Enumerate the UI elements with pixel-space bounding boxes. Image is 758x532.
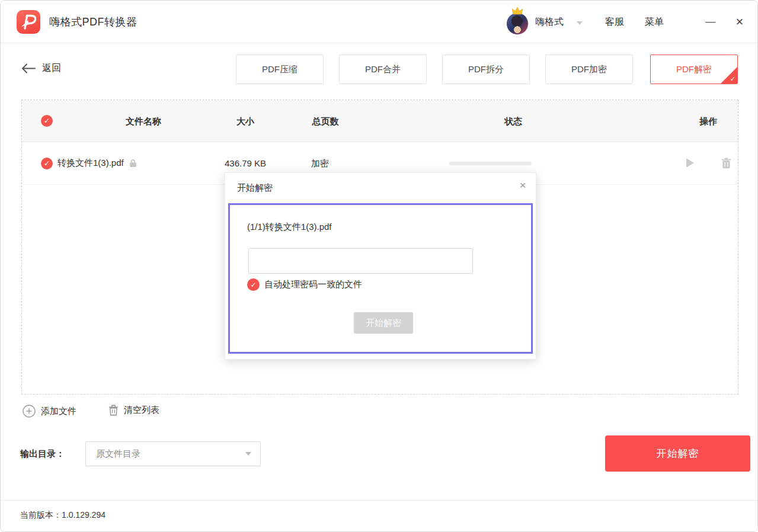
chevron-down-icon — [245, 452, 251, 456]
modal-submit-button[interactable]: 开始解密 — [354, 312, 413, 334]
version-text: 当前版本：1.0.129.294 — [20, 510, 105, 521]
avatar — [506, 12, 529, 35]
user-menu[interactable]: 嗨格式 — [506, 7, 583, 37]
output-dir-value: 原文件目录 — [96, 448, 245, 460]
modal-title: 开始解密 — [237, 182, 273, 194]
app-title: 嗨格式PDF转换器 — [49, 15, 137, 29]
crown-icon — [511, 7, 523, 15]
trash-icon — [721, 158, 731, 169]
delete-row-button[interactable] — [721, 158, 731, 169]
plus-circle-icon — [23, 405, 36, 418]
column-header-action: 操作 — [699, 116, 717, 127]
column-header-status: 状态 — [504, 116, 522, 127]
table-header: ✓ 文件名称 大小 总页数 状态 操作 — [22, 100, 738, 142]
back-arrow-icon — [21, 63, 36, 73]
row-checkbox[interactable]: ✓ — [41, 158, 53, 169]
version-value: 1.0.129.294 — [62, 510, 105, 520]
tab-pdf-encrypt[interactable]: PDF加密 — [545, 55, 633, 84]
username: 嗨格式 — [535, 16, 564, 28]
version-label: 当前版本： — [20, 510, 62, 520]
file-pages: 加密 — [311, 158, 329, 169]
lock-icon — [129, 159, 137, 168]
output-dir-label: 输出目录： — [20, 448, 65, 460]
app-window: 嗨格式PDF转换器 嗨格式 客服 菜单 — × 返回 PDF压缩 PDF合并 P… — [0, 0, 758, 532]
modal-highlight-zone: (1/1)转换文件1(3).pdf ✓ 自动处理密码一致的文件 开始解密 — [228, 203, 533, 354]
checkbox-check-icon: ✓ — [247, 278, 260, 291]
modal-close-button[interactable]: × — [516, 179, 529, 192]
modal-file-label: (1/1)转换文件1(3).pdf — [247, 222, 332, 233]
select-all-checkbox[interactable]: ✓ — [41, 115, 53, 127]
column-header-name: 文件名称 — [126, 116, 161, 127]
check-icon: ✓ — [730, 75, 735, 83]
tab-pdf-split[interactable]: PDF拆分 — [442, 55, 530, 84]
tab-pdf-compress[interactable]: PDF压缩 — [236, 55, 324, 84]
file-name-text: 转换文件1(3).pdf — [57, 158, 124, 169]
app-logo-icon — [17, 10, 40, 34]
column-header-size: 大小 — [236, 116, 254, 127]
tab-pdf-decrypt[interactable]: PDF解密 ✓ — [650, 55, 738, 84]
close-button[interactable]: × — [729, 1, 750, 43]
tab-pdf-merge[interactable]: PDF合并 — [339, 55, 427, 84]
add-files-button[interactable]: 添加文件 — [23, 405, 76, 418]
auto-process-label: 自动处理密码一致的文件 — [264, 279, 362, 290]
add-files-label: 添加文件 — [41, 406, 76, 417]
auto-process-checkbox[interactable]: ✓ 自动处理密码一致的文件 — [247, 278, 362, 291]
tab-pdf-decrypt-label: PDF解密 — [676, 64, 712, 75]
clear-list-button[interactable]: 清空列表 — [108, 405, 159, 416]
minimize-button[interactable]: — — [700, 1, 721, 43]
file-name: 转换文件1(3).pdf — [57, 158, 137, 169]
play-icon — [686, 158, 695, 168]
start-row-button[interactable] — [686, 158, 695, 168]
support-link[interactable]: 客服 — [605, 16, 624, 28]
titlebar: 嗨格式PDF转换器 嗨格式 客服 菜单 — × — [1, 1, 757, 43]
trash-outline-icon — [108, 405, 119, 416]
file-size: 436.79 KB — [225, 158, 266, 168]
password-input[interactable] — [248, 248, 473, 274]
menu-link[interactable]: 菜单 — [645, 16, 664, 28]
clear-list-label: 清空列表 — [124, 405, 159, 416]
back-label: 返回 — [42, 62, 61, 75]
column-header-pages: 总页数 — [312, 116, 339, 127]
back-button[interactable]: 返回 — [21, 62, 61, 75]
output-dir-select[interactable]: 原文件目录 — [85, 441, 261, 466]
footer: 当前版本：1.0.129.294 — [1, 500, 757, 531]
start-decrypt-button[interactable]: 开始解密 — [605, 435, 750, 472]
chevron-down-icon — [577, 21, 583, 25]
decrypt-modal: 开始解密 × (1/1)转换文件1(3).pdf ✓ 自动处理密码一致的文件 开… — [225, 172, 536, 360]
progress-bar — [449, 162, 532, 165]
